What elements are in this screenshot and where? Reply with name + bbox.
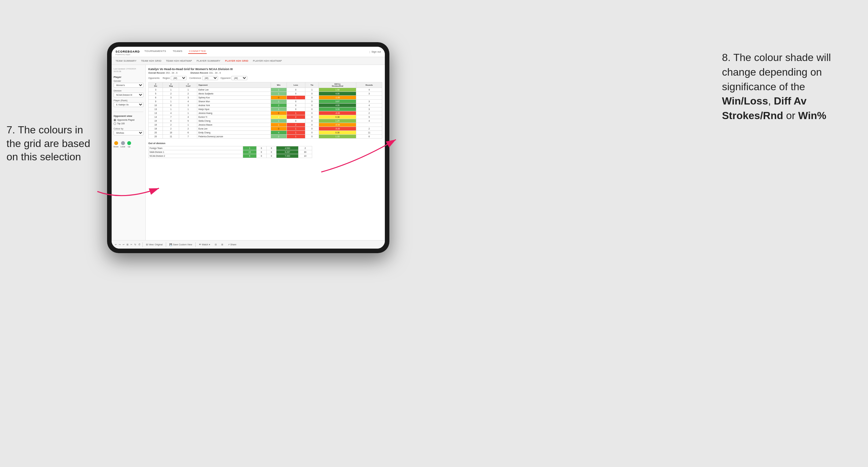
cell-win: 5 — [243, 154, 256, 158]
table-row: 15 8 5 Stella Cheng 1 0 0 1.25 4 — [149, 119, 382, 123]
nav-tournaments[interactable]: TOURNAMENTS — [144, 50, 167, 54]
cell-win: 1 — [271, 123, 286, 127]
view-icon: ⊞ — [146, 243, 148, 246]
player-rank-select[interactable]: 8. Katelyn Vo — [114, 102, 144, 107]
sub-nav-player-h2h-grid[interactable]: PLAYER H2H GRID — [225, 59, 248, 62]
view-original-btn[interactable]: ⊞ View: Original — [145, 243, 164, 247]
opponent-view-title: Opponent view — [114, 115, 144, 118]
colour-by-select[interactable]: Win/loss — [114, 130, 144, 135]
col-win: Win — [271, 83, 286, 88]
out-of-division-table: Foreign Team 1 0 0 4.500 2 NAIA Division… — [148, 146, 312, 158]
cell-tie: 0 — [267, 150, 276, 154]
cell-diff: -3.00 — [319, 111, 356, 115]
cell-opponent: Jessica Huang — [197, 111, 271, 115]
cell-win: 15 — [243, 150, 256, 154]
save-custom-btn[interactable]: 💾 Save Custom View — [168, 243, 193, 247]
cell-reg: 2 — [163, 127, 179, 131]
col-reg: #Reg — [163, 83, 179, 88]
cell-rounds: 3 — [356, 107, 382, 111]
cell-opponent: Heejo Hyun — [197, 107, 271, 111]
cell-loss: 0 — [256, 154, 267, 158]
cell-loss: 1 — [286, 127, 305, 131]
col-loss: Loss — [286, 83, 305, 88]
refresh-icon[interactable]: ↻ — [134, 243, 136, 246]
sign-out[interactable]: | Sign out — [369, 50, 381, 53]
cell-win: 4 — [271, 131, 286, 135]
top-nav: SCOREBOARD Powered by clippd TOURNAMENTS… — [112, 47, 385, 57]
col-opponent: Opponent — [197, 83, 271, 88]
cell-tie: 0 — [305, 96, 319, 100]
cell-diff: 0.38 — [319, 115, 356, 119]
share-btn[interactable]: ↗ Share — [226, 243, 238, 247]
grid-area: Katelyn Vo Head-to-Head Grid for Women's… — [146, 65, 385, 240]
sub-nav-team-summary[interactable]: TEAM SUMMARY — [116, 59, 136, 62]
cell-opponent: Stella Cheng — [197, 119, 271, 123]
cell-opponent: Euna Lee — [197, 127, 271, 131]
watch-btn[interactable]: 👁 Watch ▾ — [197, 243, 212, 247]
region-label: Region — [162, 77, 170, 79]
clock-icon[interactable]: ⏱ — [138, 243, 141, 246]
col-rounds: Rounds — [356, 83, 382, 88]
conference-select[interactable]: (All) — [202, 76, 218, 80]
cell-reg: 1 — [163, 107, 179, 111]
cell-rounds: 4 — [356, 103, 382, 107]
cell-conf: 1 — [179, 123, 197, 127]
cut-icon[interactable]: ✂ — [130, 243, 132, 246]
cell-reg: 3 — [163, 96, 179, 100]
cell-win: 1 — [271, 88, 286, 92]
cell-reg: 11 — [163, 135, 179, 138]
opponent-select[interactable]: (All) — [231, 76, 247, 80]
sub-nav-player-summary[interactable]: PLAYER SUMMARY — [197, 59, 221, 62]
radio-top100[interactable]: Top 100 — [114, 122, 144, 125]
cell-tie: 0 — [305, 100, 319, 103]
legend-dot-down — [114, 141, 118, 145]
tablet-screen: SCOREBOARD Powered by clippd TOURNAMENTS… — [112, 47, 385, 249]
copy-icon[interactable]: ⊞ — [127, 243, 128, 246]
sub-nav-player-h2h-heatmap[interactable]: PLAYER H2H HEATMAP — [253, 59, 282, 62]
sub-nav-team-h2h-heatmap[interactable]: TEAM H2H HEATMAP — [166, 59, 192, 62]
cell-loss: 2 — [286, 123, 305, 127]
cell-rounds: 30 — [299, 150, 312, 154]
nav-committee[interactable]: COMMITTEE — [188, 50, 207, 54]
cell-rounds: 2 — [356, 127, 382, 131]
cell-div: 3 — [149, 88, 163, 92]
overall-record: Overall Record: 353 - 34 - 6 — [148, 72, 178, 74]
cell-rounds: 3 — [356, 92, 382, 96]
cell-opponent: Sydney Kuo — [197, 96, 271, 100]
cell-rounds: 4 — [356, 119, 382, 123]
legend: Down Level Up — [114, 141, 144, 148]
cell-diff: 9.267 — [276, 150, 299, 154]
cell-conf: 1 — [179, 111, 197, 115]
radio-opponents-played[interactable]: Opponents Played — [114, 119, 144, 121]
cell-tie: 1 — [305, 88, 319, 92]
nav-teams[interactable]: TEAMS — [172, 50, 183, 54]
chevron-down-icon: ▾ — [209, 243, 210, 246]
undo-icon[interactable]: ↩ — [115, 243, 117, 246]
cell-rounds — [356, 96, 382, 100]
cell-opponent: Esther Lee — [197, 88, 271, 92]
cell-rounds: 9 — [356, 115, 382, 119]
region-select[interactable]: (All) — [171, 76, 187, 80]
cell-opponent: Alexis Sudjianto — [197, 92, 271, 96]
cell-conf: 7 — [179, 135, 197, 138]
sub-nav-team-h2h-grid[interactable]: TEAM H2H GRID — [141, 59, 162, 62]
layout-btn[interactable]: ⊟ — [214, 243, 218, 247]
cell-div: 18 — [149, 127, 163, 131]
redo-icon[interactable]: ↪ — [119, 243, 121, 246]
cell-tie: 0 — [305, 123, 319, 127]
redo2-icon[interactable]: ↩ — [123, 243, 125, 246]
cell-reg: 4 — [163, 111, 179, 115]
cell-reg: 10 — [163, 131, 179, 135]
cell-diff: -1.00 — [319, 96, 356, 100]
cell-opponent: Jessica Mason — [197, 123, 271, 127]
gender-select[interactable]: Women's — [114, 83, 144, 88]
out-of-division-row: NCAA Division 2 5 0 0 7.400 10 — [149, 154, 312, 158]
cell-tie: 0 — [305, 111, 319, 115]
grid-btn[interactable]: ⊞ — [220, 243, 224, 247]
main-data-table: #Div #Reg #Conf Opponent Win Loss Tie Di… — [148, 82, 382, 138]
radio-dot-selected — [114, 119, 116, 121]
legend-level: Level — [120, 141, 125, 148]
division-select[interactable]: NCAA Division III — [114, 93, 144, 97]
radio-dot-unselected — [114, 122, 116, 125]
cell-conf: 2 — [179, 92, 197, 96]
